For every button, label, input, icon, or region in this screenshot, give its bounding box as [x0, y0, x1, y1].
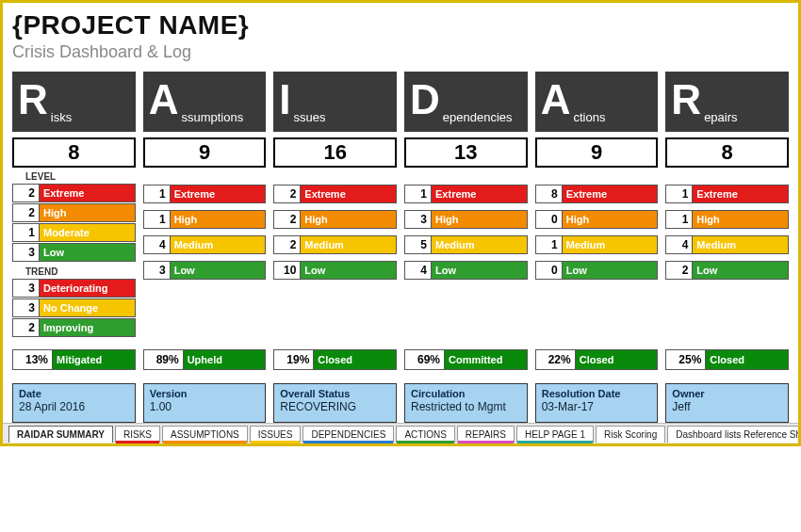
level-count: 2	[274, 185, 301, 202]
info-key: Owner	[672, 388, 782, 399]
col-letter: A	[541, 79, 571, 121]
col-rest: ssues	[294, 110, 326, 132]
trend-row: 3Deteriorating	[12, 279, 136, 298]
info-value: RECOVERING	[280, 400, 390, 413]
sheet-tab[interactable]: Risk Scoring	[596, 426, 665, 443]
info-value: 1.00	[150, 400, 260, 413]
level-count: 2	[13, 204, 40, 221]
sheet-tab[interactable]: RISKS	[115, 426, 160, 443]
level-label: LEVEL	[12, 168, 136, 184]
level-row: 1Moderate	[12, 223, 136, 242]
col-letter: A	[149, 79, 179, 121]
status-row: 19%Closed	[273, 349, 397, 370]
level-label-cell: Medium	[693, 236, 788, 253]
level-count: 3	[13, 244, 40, 261]
sheet-tab[interactable]: ISSUES	[250, 426, 302, 443]
level-row: 2Medium	[273, 235, 397, 254]
level-row: 2Low	[665, 261, 789, 280]
sheet-tab[interactable]: DEPENDENCIES	[302, 426, 394, 443]
sheet-tab[interactable]: REPAIRS	[457, 426, 515, 443]
info-card: Overall StatusRECOVERING	[273, 383, 397, 423]
count-box: 8	[665, 137, 789, 168]
level-row: 2Extreme	[273, 185, 397, 203]
col-header: Repairs	[665, 72, 789, 132]
level-label-cell: Low	[693, 262, 788, 279]
sheet-tab[interactable]: RAIDAR SUMMARY	[8, 426, 113, 443]
level-label-cell: Extreme	[693, 185, 788, 202]
count-box: 9	[535, 137, 659, 168]
status-row: 69%Committed	[404, 349, 528, 370]
col-isks: Risks8LEVEL2Extreme2High1Moderate3LowTRE…	[12, 72, 136, 370]
col-header: Risks	[12, 72, 136, 132]
level-row: 2High	[12, 203, 136, 222]
info-key: Version	[150, 388, 260, 399]
count-box: 9	[143, 137, 267, 168]
info-card: Version1.00	[143, 383, 267, 423]
col-header: Dependencies	[404, 72, 528, 132]
level-count: 5	[405, 236, 432, 253]
level-count: 2	[274, 236, 301, 253]
col-rest: isks	[51, 110, 72, 132]
level-label-cell: Moderate	[40, 224, 135, 241]
trend-row: 3No Change	[12, 298, 136, 317]
level-count: 4	[405, 262, 432, 279]
trend-label-cell: Improving	[40, 319, 135, 336]
sheet-tab[interactable]: Dashboard lists Reference Sheet	[667, 426, 798, 443]
page-subtitle: Crisis Dashboard & Log	[12, 42, 789, 62]
status-pct: 25%	[666, 350, 706, 369]
col-epairs: Repairs81Extreme1High4Medium2Low25%Close…	[665, 72, 789, 370]
info-value: 03-Mar-17	[542, 400, 652, 413]
level-row: 1High	[665, 210, 789, 229]
level-row: 0Low	[535, 261, 659, 280]
info-card: Date28 April 2016	[12, 383, 136, 423]
level-label-cell: Low	[40, 244, 135, 261]
level-row: 1Extreme	[404, 185, 528, 203]
level-label-cell: Medium	[301, 236, 396, 253]
col-ependencies: Dependencies131Extreme3High5Medium4Low69…	[404, 72, 528, 370]
level-count: 8	[536, 185, 563, 202]
level-row: 10Low	[273, 261, 397, 280]
col-letter: R	[18, 79, 48, 121]
info-card: Resolution Date03-Mar-17	[535, 383, 659, 423]
level-label-cell: High	[301, 211, 396, 228]
level-count: 2	[666, 262, 693, 279]
info-cards: Date28 April 2016Version1.00Overall Stat…	[12, 383, 789, 423]
level-label-cell: High	[563, 211, 658, 228]
level-count: 1	[144, 211, 171, 228]
level-row: 1Extreme	[143, 185, 267, 203]
info-value: 28 April 2016	[19, 400, 129, 413]
level-count: 3	[144, 262, 171, 279]
level-count: 2	[13, 185, 40, 202]
col-rest: ependencies	[443, 110, 513, 132]
count-box: 16	[273, 137, 397, 168]
status-pct: 13%	[13, 350, 53, 369]
sheet-tab[interactable]: HELP PAGE 1	[516, 426, 594, 443]
level-row: 4Low	[404, 261, 528, 280]
trend-label-cell: Deteriorating	[40, 280, 135, 297]
trend-count: 3	[13, 280, 40, 297]
level-row: 0High	[535, 210, 659, 229]
trend-label: TREND	[12, 263, 136, 279]
sheet-tab[interactable]: ACTIONS	[396, 426, 454, 443]
sheet-tab[interactable]: ASSUMPTIONS	[162, 426, 248, 443]
level-row: 4Medium	[665, 235, 789, 254]
col-ssues: Issues162Extreme2High2Medium10Low19%Clos…	[273, 72, 397, 370]
level-count: 1	[666, 185, 693, 202]
info-key: Resolution Date	[542, 388, 652, 399]
level-label-cell: Low	[171, 262, 266, 279]
level-label-cell: High	[432, 211, 527, 228]
level-count: 1	[536, 236, 563, 253]
level-count: 3	[405, 211, 432, 228]
trend-label-cell: No Change	[40, 299, 135, 316]
status-pct: 69%	[405, 350, 445, 369]
tab-color-bar	[397, 441, 453, 443]
status-row: 89%Upheld	[143, 349, 267, 370]
tab-color-bar	[251, 441, 301, 443]
status-row: 25%Closed	[665, 349, 789, 370]
tab-color-bar	[116, 441, 159, 443]
col-letter: R	[671, 79, 701, 121]
col-letter: I	[279, 79, 290, 121]
level-label-cell: Extreme	[301, 185, 396, 202]
status-label: Upheld	[184, 350, 266, 369]
raidar-columns: Risks8LEVEL2Extreme2High1Moderate3LowTRE…	[12, 72, 789, 370]
